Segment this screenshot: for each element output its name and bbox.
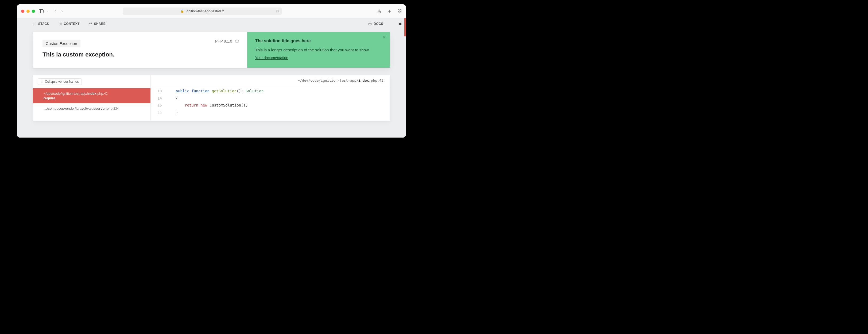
sidebar-toggle-icon[interactable]	[39, 9, 43, 13]
address-bar[interactable]: 🔒 ignition-test-app.test/#F2 ⟳	[123, 7, 282, 15]
svg-rect-3	[398, 11, 399, 13]
code-line: 16 }	[151, 109, 390, 116]
share-icon[interactable]	[377, 9, 381, 13]
code-file-path: ~/dev/code/ignition-test-app/index.php:4…	[151, 75, 390, 86]
collapse-vendor-button[interactable]: Collapse vendor frames	[38, 78, 82, 85]
collapse-icon	[41, 80, 43, 83]
code-line: 13 public function getSolution(): Soluti…	[151, 87, 390, 95]
tab-docs[interactable]: DOCS	[368, 22, 383, 26]
tab-context[interactable]: CONTEXT	[59, 22, 80, 26]
back-button[interactable]: ‹	[55, 9, 56, 13]
solution-title: The solution title goes here	[255, 38, 382, 44]
svg-rect-4	[400, 11, 401, 13]
reload-icon[interactable]: ⟳	[276, 9, 279, 13]
frame-list: Collapse vendor frames ~/dev/code/igniti…	[33, 75, 151, 121]
url-text: ignition-test-app.test/#F2	[186, 9, 224, 13]
php-version: PHP 8.1.0	[215, 39, 232, 44]
code-line: 14 {	[151, 95, 390, 102]
exception-summary: CustomException This ia custom exception…	[33, 32, 247, 68]
page-content: STACK CONTEXT SHARE DOCS CustomExcepti	[17, 18, 406, 138]
svg-rect-1	[398, 10, 399, 11]
stack-trace: Collapse vendor frames ~/dev/code/igniti…	[33, 75, 390, 121]
close-icon[interactable]: ✕	[383, 35, 386, 39]
context-icon	[59, 22, 62, 26]
lock-icon: 🔒	[180, 9, 184, 13]
ignition-tabbar: STACK CONTEXT SHARE DOCS	[17, 18, 406, 28]
gear-icon[interactable]	[398, 22, 402, 26]
code-line: 15 return new CustomSolution();	[151, 102, 390, 109]
tab-overview-icon[interactable]	[397, 9, 402, 13]
code-lines: 13 public function getSolution(): Soluti…	[151, 86, 390, 116]
maximize-window[interactable]	[32, 10, 35, 13]
laravel-icon	[368, 22, 372, 26]
minimize-window[interactable]	[27, 10, 30, 13]
tab-stack[interactable]: STACK	[33, 22, 50, 26]
code-viewer: ~/dev/code/ignition-test-app/index.php:4…	[151, 75, 390, 121]
tab-share[interactable]: SHARE	[89, 22, 105, 26]
solution-panel: ✕ The solution title goes here This is a…	[247, 32, 390, 68]
exception-message: This ia custom exception.	[42, 51, 238, 58]
browser-titlebar: ▾ ‹ › 🔒 ignition-test-app.test/#F2 ⟳	[17, 4, 406, 18]
error-indicator-strip	[404, 18, 406, 36]
stack-icon	[33, 22, 36, 26]
svg-rect-2	[400, 10, 401, 11]
close-window[interactable]	[21, 10, 24, 13]
forward-button[interactable]: ›	[61, 9, 63, 13]
frame-active[interactable]: ~/dev/code/ignition-test-app/index.php:4…	[33, 88, 151, 103]
solution-description: This is a longer description of the solu…	[255, 47, 382, 53]
new-tab-icon[interactable]	[387, 9, 392, 13]
exception-card: CustomException This ia custom exception…	[33, 32, 390, 68]
frame-item[interactable]: …/composer/vendor/laravel/valet/server.p…	[33, 103, 151, 114]
exception-class-badge: CustomException	[42, 39, 81, 47]
browser-window: ▾ ‹ › 🔒 ignition-test-app.test/#F2 ⟳	[17, 4, 406, 138]
tab-dropdown-icon[interactable]: ▾	[47, 10, 49, 12]
window-controls[interactable]	[21, 10, 35, 13]
share-arrow-icon	[89, 22, 92, 26]
solution-link[interactable]: Your documentation	[255, 56, 288, 60]
laravel-icon	[235, 39, 239, 44]
